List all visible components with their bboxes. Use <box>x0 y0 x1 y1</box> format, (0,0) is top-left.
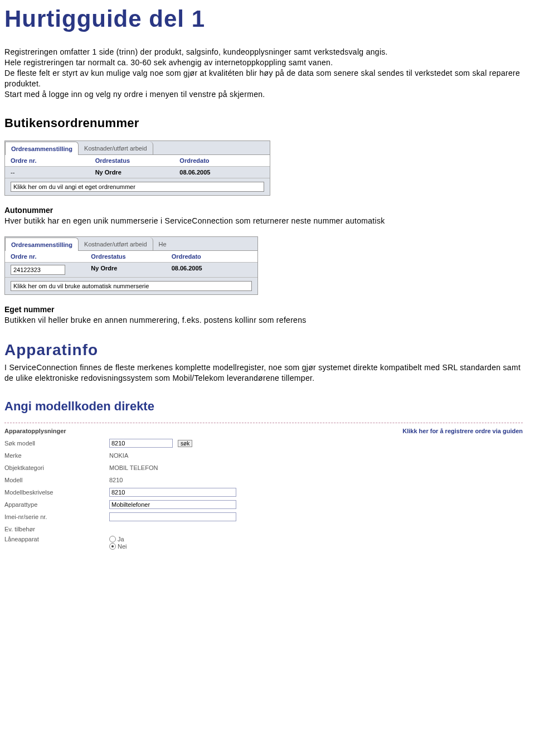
apparatinfo-text: I ServiceConnection finnes de fleste mer… <box>4 362 531 384</box>
ordre-nr-input[interactable] <box>11 265 65 275</box>
modell-label: Modell <box>4 477 109 483</box>
row-objektkategori: Objektkategori MOBIL TELEFON <box>4 462 523 473</box>
order-panel-2: Ordresammenstilling Kostnader/utført arb… <box>4 236 258 295</box>
ordre-nummer-input[interactable] <box>11 182 264 192</box>
radio-nei-icon <box>109 543 116 550</box>
val-ordre-nr: -- <box>11 169 95 176</box>
apparattype-input[interactable] <box>109 500 236 509</box>
radio-nei-label: Nei <box>118 543 127 550</box>
panel-header: Ordre nr. Ordrestatus Ordredato <box>5 155 270 167</box>
val-ordrestatus: Ny Ordre <box>95 169 180 176</box>
merke-label: Merke <box>4 452 109 459</box>
row-sok-modell: Søk modell søk <box>4 438 523 449</box>
panel-input-row <box>5 178 270 195</box>
intro-p3: De fleste felt er styrt av kun mulige va… <box>4 69 520 88</box>
tabs-row: Ordresammenstilling Kostnader/utført arb… <box>5 141 270 155</box>
val-ordredato: 08.06.2005 <box>179 169 264 176</box>
col-ordrestatus: Ordrestatus <box>95 157 180 164</box>
tab-ordresammenstilling[interactable]: Ordresammenstilling <box>5 238 79 251</box>
panel-row: -- Ny Ordre 08.06.2005 <box>5 167 270 178</box>
col-ordredato: Ordredato <box>179 157 264 164</box>
apparat-form: Apparatopplysninger Klikk her for å regi… <box>4 423 523 550</box>
row-modell: Modell 8210 <box>4 474 523 486</box>
intro-p4: Start med å logge inn og velg ny ordre i… <box>4 90 265 99</box>
merke-value: NOKIA <box>109 452 128 459</box>
val-ordre-nr-wrap <box>11 265 91 275</box>
col-ordredato: Ordredato <box>172 253 252 260</box>
objektkategori-value: MOBIL TELEFON <box>109 464 158 471</box>
modellbeskrivelse-field-wrap <box>109 488 236 497</box>
sok-modell-input[interactable] <box>109 439 173 448</box>
panel-input-row <box>5 278 257 294</box>
modell-value: 8210 <box>109 477 123 483</box>
laneapparat-radios: Ja Nei <box>109 536 127 550</box>
auto-nummerserie-input[interactable] <box>11 281 252 291</box>
tabs-row: Ordresammenstilling Kostnader/utført arb… <box>5 237 257 251</box>
row-apparattype: Apparattype <box>4 499 523 510</box>
row-merke: Merke NOKIA <box>4 450 523 461</box>
angi-heading: Angi modellkoden direkte <box>4 399 531 414</box>
sok-modell-field-wrap: søk <box>109 439 192 448</box>
page-title: Hurtigguide del 1 <box>4 6 531 32</box>
val-ordredato: 08.06.2005 <box>172 265 252 275</box>
imei-field-wrap <box>109 512 236 521</box>
modellbeskrivelse-input[interactable] <box>109 488 236 497</box>
tab-kostnader[interactable]: Kostnader/utført arbeid <box>79 238 153 250</box>
intro-p2: Hele registreringen tar normalt ca. 30-6… <box>4 58 333 67</box>
panel-header: Ordre nr. Ordrestatus Ordredato <box>5 251 257 263</box>
section-butikkens-heading: Butikensordrenummer <box>4 116 531 130</box>
col-ordrestatus: Ordrestatus <box>91 253 171 260</box>
sok-modell-label: Søk modell <box>4 440 109 447</box>
autonummer-heading: Autonummer <box>4 206 531 215</box>
radio-ja-row[interactable]: Ja <box>109 536 127 542</box>
order-panel-1: Ordresammenstilling Kostnader/utført arb… <box>4 140 270 196</box>
form-top-row: Apparatopplysninger Klikk her for å regi… <box>4 428 523 434</box>
autonummer-text: Hver butikk har en egen unik nummerserie… <box>4 216 531 226</box>
apparatinfo-heading: Apparatinfo <box>4 341 531 359</box>
tab-ordresammenstilling[interactable]: Ordresammenstilling <box>5 142 79 155</box>
val-ordrestatus: Ny Ordre <box>91 265 171 275</box>
apparattype-field-wrap <box>109 500 236 509</box>
egetnummer-heading: Eget nummer <box>4 305 531 314</box>
imei-label: Imei-nr/serie nr. <box>4 513 109 520</box>
row-ev-tilbehor: Ev. tilbehør <box>4 524 523 535</box>
sok-button[interactable]: søk <box>178 440 192 447</box>
col-ordre-nr: Ordre nr. <box>11 253 91 260</box>
tab-cut[interactable]: He <box>153 238 172 250</box>
radio-ja-icon <box>109 536 116 542</box>
radio-nei-row[interactable]: Nei <box>109 543 127 550</box>
tab-kostnader[interactable]: Kostnader/utført arbeid <box>79 142 153 154</box>
imei-input[interactable] <box>109 512 236 521</box>
panel-row: Ny Ordre 08.06.2005 <box>5 263 257 278</box>
objektkategori-label: Objektkategori <box>4 464 109 471</box>
ev-tilbehor-label: Ev. tilbehør <box>4 526 109 532</box>
col-ordre-nr: Ordre nr. <box>11 157 95 164</box>
register-via-guide-link[interactable]: Klikk her for å registrere ordre via gui… <box>402 428 523 434</box>
laneapparat-label: Låneapparat <box>4 536 109 542</box>
radio-ja-label: Ja <box>118 536 124 542</box>
modellbeskrivelse-label: Modellbeskrivelse <box>4 489 109 496</box>
intro-text: Registreringen omfatter 1 side (trinn) d… <box>4 47 531 99</box>
apparatopplysninger-label: Apparatopplysninger <box>4 428 66 434</box>
intro-p1: Registreringen omfatter 1 side (trinn) d… <box>4 47 388 56</box>
row-laneapparat: Låneapparat Ja Nei <box>4 536 523 550</box>
row-modellbeskrivelse: Modellbeskrivelse <box>4 487 523 498</box>
apparattype-label: Apparattype <box>4 501 109 508</box>
egetnummer-text: Butikken vil heller bruke en annen numme… <box>4 315 531 326</box>
row-imei: Imei-nr/serie nr. <box>4 511 523 522</box>
